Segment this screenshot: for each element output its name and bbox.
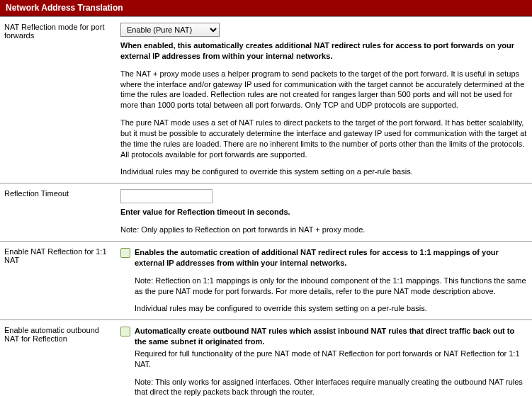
enable-auto-outbound-nat-desc-2: Required for full functionality of the p… — [135, 349, 528, 370]
nat-reflection-mode-desc-1: When enabled, this automatically creates… — [120, 40, 528, 62]
enable-nat-reflection-1to1-desc-3: Individual rules may be configured to ov… — [135, 303, 528, 314]
row-reflection-timeout: Reflection Timeout Enter value for Refle… — [0, 183, 532, 241]
label-enable-nat-reflection-1to1: Enable NAT Reflection for 1:1 NAT — [4, 247, 118, 314]
content-enable-nat-reflection-1to1: Enables the automatic creation of additi… — [118, 247, 528, 314]
content-enable-auto-outbound-nat: Automatically create outbound NAT rules … — [118, 326, 528, 396]
content-reflection-timeout: Enter value for Reflection timeout in se… — [118, 189, 528, 235]
label-reflection-timeout: Reflection Timeout — [4, 189, 118, 235]
row-enable-nat-reflection-1to1: Enable NAT Reflection for 1:1 NAT Enable… — [0, 241, 532, 319]
row-enable-auto-outbound-nat: Enable automatic outbound NAT for Reflec… — [0, 319, 532, 396]
enable-auto-outbound-nat-checkbox[interactable] — [120, 327, 130, 336]
reflection-timeout-input[interactable] — [120, 189, 213, 203]
label-enable-auto-outbound-nat: Enable automatic outbound NAT for Reflec… — [4, 326, 118, 396]
enable-nat-reflection-1to1-desc-1: Enables the automatic creation of additi… — [135, 248, 499, 267]
enable-auto-outbound-nat-desc-1: Automatically create outbound NAT rules … — [135, 327, 514, 346]
nat-reflection-mode-select[interactable]: Enable (Pure NAT) — [120, 23, 220, 37]
nat-reflection-mode-desc-3: The pure NAT mode uses a set of NAT rule… — [120, 118, 528, 159]
enable-nat-reflection-1to1-checkbox[interactable] — [120, 248, 130, 258]
enable-auto-outbound-nat-desc-3: Note: This only works for assigned inter… — [135, 377, 528, 396]
section-title: Network Address Translation — [6, 3, 123, 13]
nat-reflection-mode-desc-4: Individual rules may be configured to ov… — [120, 166, 528, 177]
enable-nat-reflection-1to1-desc-2: Note: Reflection on 1:1 mappings is only… — [135, 276, 528, 297]
section-header: Network Address Translation — [0, 0, 532, 16]
nat-reflection-mode-desc-2: The NAT + proxy mode uses a helper progr… — [120, 69, 528, 111]
row-nat-reflection-mode: NAT Reflection mode for port forwards En… — [0, 16, 532, 183]
reflection-timeout-desc-2: Note: Only applies to Reflection on port… — [120, 225, 528, 235]
label-nat-reflection-mode: NAT Reflection mode for port forwards — [4, 23, 118, 177]
reflection-timeout-desc-1: Enter value for Reflection timeout in se… — [120, 207, 528, 217]
content-nat-reflection-mode: Enable (Pure NAT) When enabled, this aut… — [118, 23, 528, 177]
